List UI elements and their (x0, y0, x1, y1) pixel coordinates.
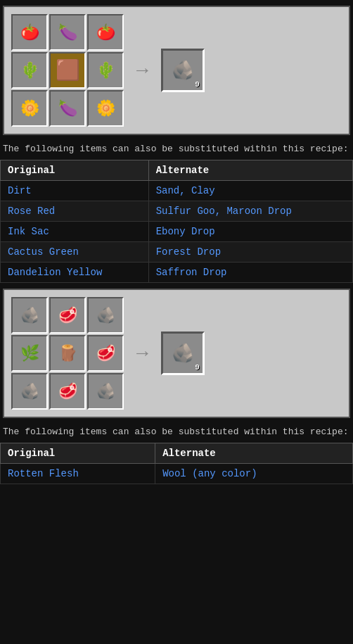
result-count-2: 9 (195, 363, 200, 372)
table2-header-original: Original (1, 443, 155, 464)
table1-header-original: Original (1, 160, 149, 181)
substitution-text-2: The following items can also be substitu… (0, 424, 353, 441)
table1-row1-original: Dirt (1, 181, 149, 201)
table1-row4-original: Cactus Green (1, 242, 149, 263)
result-item-icon: 🪨 (172, 59, 194, 82)
crafting-grid-1: 🍅 🍆 🍅 🌵 🟫 🌵 🌼 🍆 🌼 (11, 14, 124, 127)
arrow-icon: → (132, 60, 153, 82)
grid-cell-2-2: 🟫 (49, 52, 86, 89)
grid-cell2-3-3: 🪨 (87, 373, 124, 410)
substitution-text-1: The following items can also be substitu… (0, 141, 353, 158)
grid-cell-1-1: 🍅 (11, 14, 48, 51)
grid-cell2-2-1: 🌿 (11, 335, 48, 372)
recipe-box-2: 🪨 🥩 🪨 🌿 🪵 🥩 🪨 🥩 🪨 → 🪨 9 (3, 289, 350, 418)
arrow-icon-2: → (132, 343, 153, 365)
table-row: Dandelion Yellow Saffron Drop (1, 263, 353, 283)
table-row: Ink Sac Ebony Drop (1, 222, 353, 242)
grid-cell2-1-3: 🪨 (87, 297, 124, 334)
recipe-box-1: 🍅 🍆 🍅 🌵 🟫 🌵 🌼 🍆 🌼 → 🪨 9 (3, 6, 350, 135)
grid-cell-2-1: 🌵 (11, 52, 48, 89)
grid-cell2-3-2: 🥩 (49, 373, 86, 410)
result-cell-1: 🪨 9 (161, 49, 205, 92)
table1-row5-original: Dandelion Yellow (1, 263, 149, 283)
crafting-grid-2: 🪨 🥩 🪨 🌿 🪵 🥩 🪨 🥩 🪨 (11, 297, 124, 410)
grid-cell2-3-1: 🪨 (11, 373, 48, 410)
grid-cell-3-3: 🌼 (87, 90, 124, 127)
substitution-table-1: Original Alternate Dirt Sand, Clay Rose … (0, 160, 353, 283)
grid-cell2-1-1: 🪨 (11, 297, 48, 334)
table-row: Cactus Green Forest Drop (1, 242, 353, 263)
table-row: Dirt Sand, Clay (1, 181, 353, 201)
table1-header-alternate: Alternate (148, 160, 352, 181)
table-row: Rotten Flesh Wool (any color) (1, 464, 353, 484)
grid-cell-1-3: 🍅 (87, 14, 124, 51)
grid-cell-3-1: 🌼 (11, 90, 48, 127)
substitution-table-2: Original Alternate Rotten Flesh Wool (an… (0, 443, 353, 484)
result-item-icon-2: 🪨 (172, 342, 194, 365)
grid-cell2-2-3: 🥩 (87, 335, 124, 372)
table-row: Rose Red Sulfur Goo, Maroon Drop (1, 201, 353, 222)
table2-row1-original: Rotten Flesh (1, 464, 155, 484)
table1-row1-alternate: Sand, Clay (148, 181, 352, 201)
grid-cell2-2-2: 🪵 (49, 335, 86, 372)
table1-row3-original: Ink Sac (1, 222, 149, 242)
table1-row2-original: Rose Red (1, 201, 149, 222)
table2-row1-alternate: Wool (any color) (155, 464, 353, 484)
result-cell-2: 🪨 9 (161, 332, 205, 375)
table1-row2-alternate: Sulfur Goo, Maroon Drop (148, 201, 352, 222)
table1-row4-alternate: Forest Drop (148, 242, 352, 263)
grid-cell-3-2: 🍆 (49, 90, 86, 127)
grid-cell-1-2: 🍆 (49, 14, 86, 51)
grid-cell-2-3: 🌵 (87, 52, 124, 89)
result-count-1: 9 (195, 80, 200, 89)
table2-header-alternate: Alternate (155, 443, 353, 464)
table1-row3-alternate: Ebony Drop (148, 222, 352, 242)
table1-row5-alternate: Saffron Drop (148, 263, 352, 283)
grid-cell2-1-2: 🥩 (49, 297, 86, 334)
